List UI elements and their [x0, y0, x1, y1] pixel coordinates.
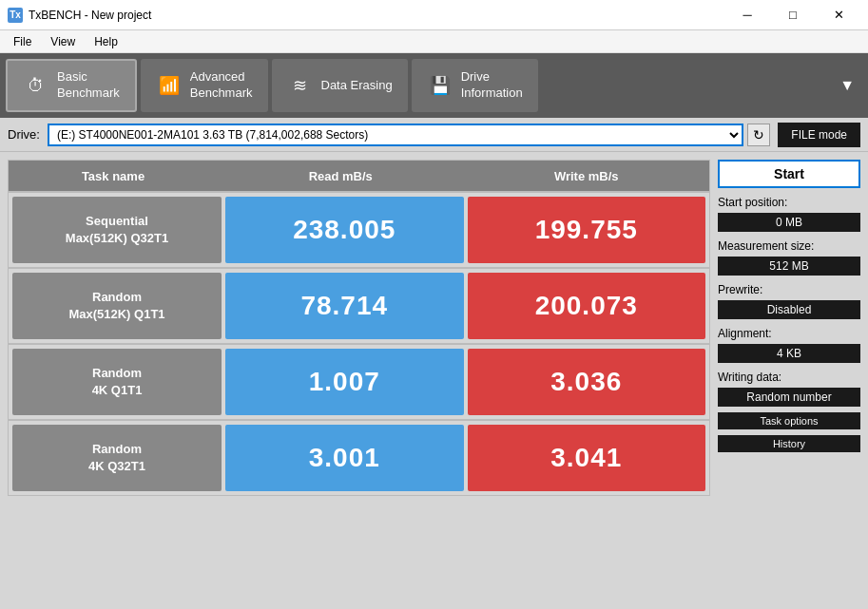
- row-4-write: 3.041: [468, 425, 706, 491]
- right-panel: Start Start position: 0 MB Measurement s…: [718, 160, 860, 609]
- minimize-button[interactable]: ─: [725, 0, 769, 30]
- header-task: Task name: [9, 165, 218, 187]
- row-1-read: 238.005: [225, 197, 464, 263]
- table-row: Random4K Q1T1 1.007 3.036: [9, 343, 709, 419]
- start-position-value: 0 MB: [718, 213, 860, 232]
- tab-data-erasing[interactable]: ≋ Data Erasing: [272, 59, 408, 112]
- menu-file[interactable]: File: [4, 33, 41, 50]
- drive-select[interactable]: (E:) ST4000NE001-2MA101 3.63 TB (7,814,0…: [48, 124, 743, 146]
- writing-data-label: Writing data:: [718, 371, 860, 384]
- row-3-label: Random4K Q1T1: [12, 349, 222, 415]
- file-mode-button[interactable]: FILE mode: [778, 123, 860, 147]
- row-2-read: 78.714: [225, 273, 464, 339]
- data-erasing-label: Data Erasing: [321, 78, 393, 94]
- row-4-read: 3.001: [225, 425, 464, 491]
- advanced-benchmark-icon: 📶: [156, 72, 183, 99]
- maximize-button[interactable]: □: [771, 0, 815, 30]
- row-1-write: 199.755: [468, 197, 706, 263]
- basic-benchmark-icon: ⏱: [23, 72, 49, 99]
- window-controls: ─ □ ✕: [725, 0, 860, 30]
- menu-help[interactable]: Help: [85, 33, 127, 50]
- tab-advanced-benchmark[interactable]: 📶 AdvancedBenchmark: [141, 59, 268, 112]
- drive-select-wrapper: (E:) ST4000NE001-2MA101 3.63 TB (7,814,0…: [48, 124, 770, 146]
- menu-bar: File View Help: [0, 30, 868, 53]
- alignment-value: 4 KB: [718, 344, 860, 363]
- row-3-read: 1.007: [225, 349, 464, 415]
- start-button[interactable]: Start: [718, 160, 860, 188]
- history-button[interactable]: History: [718, 435, 860, 452]
- benchmark-table: Task name Read mB/s Write mB/s Sequentia…: [8, 160, 710, 496]
- drive-bar: Drive: (E:) ST4000NE001-2MA101 3.63 TB (…: [0, 118, 868, 152]
- drive-refresh-button[interactable]: ↻: [747, 124, 770, 146]
- row-2-write: 200.073: [468, 273, 706, 339]
- drive-information-icon: 💾: [427, 72, 453, 99]
- header-read: Read mB/s: [218, 165, 464, 187]
- table-row: SequentialMax(512K) Q32T1 238.005 199.75…: [9, 191, 709, 267]
- benchmark-panel: Task name Read mB/s Write mB/s Sequentia…: [8, 160, 710, 609]
- table-row: Random4K Q32T1 3.001 3.041: [9, 419, 709, 495]
- title-bar: Tx TxBENCH - New project ─ □ ✕: [0, 0, 868, 30]
- content-area: Task name Read mB/s Write mB/s Sequentia…: [0, 152, 868, 609]
- measurement-size-label: Measurement size:: [718, 239, 860, 253]
- data-erasing-icon: ≋: [287, 72, 314, 99]
- start-position-label: Start position:: [718, 196, 860, 209]
- drive-information-label: DriveInformation: [461, 69, 523, 102]
- window-title: TxBENCH - New project: [29, 9, 725, 22]
- toolbar: ⏱ BasicBenchmark 📶 AdvancedBenchmark ≋ D…: [0, 53, 868, 118]
- tab-drive-information[interactable]: 💾 DriveInformation: [412, 59, 538, 112]
- table-row: RandomMax(512K) Q1T1 78.714 200.073: [9, 267, 709, 343]
- header-write: Write mB/s: [464, 165, 710, 187]
- alignment-label: Alignment:: [718, 327, 860, 340]
- writing-data-value: Random number: [718, 388, 860, 407]
- prewrite-label: Prewrite:: [718, 283, 860, 296]
- benchmark-table-header: Task name Read mB/s Write mB/s: [9, 161, 709, 191]
- app-icon: Tx: [8, 8, 23, 23]
- row-2-label: RandomMax(512K) Q1T1: [12, 273, 222, 339]
- tab-basic-benchmark[interactable]: ⏱ BasicBenchmark: [6, 59, 137, 112]
- row-3-write: 3.036: [468, 349, 706, 415]
- measurement-size-value: 512 MB: [718, 257, 860, 276]
- basic-benchmark-label: BasicBenchmark: [57, 69, 120, 102]
- drive-label: Drive:: [8, 127, 40, 142]
- prewrite-value: Disabled: [718, 300, 860, 319]
- row-4-label: Random4K Q32T1: [12, 425, 222, 491]
- menu-view[interactable]: View: [41, 33, 85, 50]
- close-button[interactable]: ✕: [817, 0, 860, 30]
- task-options-button[interactable]: Task options: [718, 412, 860, 429]
- advanced-benchmark-label: AdvancedBenchmark: [190, 69, 253, 102]
- row-1-label: SequentialMax(512K) Q32T1: [12, 197, 222, 263]
- tab-dropdown-button[interactable]: ▼: [832, 77, 862, 94]
